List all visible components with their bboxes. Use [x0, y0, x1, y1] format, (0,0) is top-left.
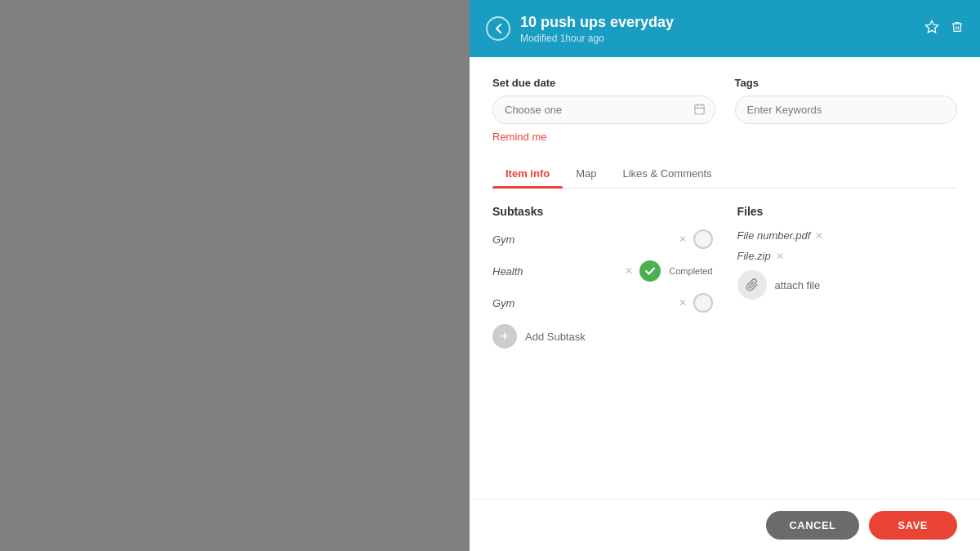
header-left: 10 push ups everyday Modified 1hour ago [486, 14, 674, 44]
file-item: File number.pdf ✕ [737, 229, 958, 242]
file-name: File number.pdf [737, 229, 811, 242]
due-date-label: Set due date [492, 77, 715, 89]
attach-file-icon [737, 270, 767, 300]
add-subtask-label: Add Subtask [525, 331, 586, 343]
subtask-toggle[interactable] [693, 293, 713, 313]
subtask-row: Health ✕ Completed [492, 260, 713, 282]
subtask-name: Gym [492, 297, 672, 309]
star-icon[interactable] [924, 20, 939, 38]
header-title: 10 push ups everyday [520, 14, 674, 31]
tab-item-info[interactable]: Item info [492, 159, 563, 188]
subtasks-section: Subtasks Gym ✕ Health ✕ Compl [492, 205, 713, 349]
tab-likes-comments[interactable]: Likes & Comments [609, 159, 724, 188]
save-button[interactable]: SAVE [869, 511, 957, 540]
date-input-wrap [492, 96, 715, 124]
file-remove-button[interactable]: ✕ [815, 230, 823, 242]
subtasks-title: Subtasks [492, 205, 713, 218]
tags-col: Tags [735, 77, 958, 143]
top-row: Set due date Remind me Tags [492, 77, 957, 143]
tabs: Item info Map Likes & Comments [492, 159, 957, 189]
content-area: Set due date Remind me Tags [470, 57, 980, 499]
back-button[interactable] [486, 16, 510, 41]
add-subtask-button[interactable]: + Add Subtask [492, 324, 713, 349]
header-subtitle: Modified 1hour ago [520, 33, 674, 44]
remind-me-button[interactable]: Remind me [492, 131, 715, 143]
date-input[interactable] [492, 96, 715, 124]
subtask-row: Gym ✕ [492, 293, 713, 313]
tags-input[interactable] [735, 96, 958, 124]
files-title: Files [737, 205, 958, 218]
svg-marker-0 [926, 20, 938, 32]
file-item: File.zip ✕ [737, 250, 958, 262]
completed-label: Completed [669, 266, 712, 276]
files-section: Files File number.pdf ✕ File.zip ✕ atta [737, 205, 958, 349]
header-right [924, 20, 964, 38]
subtask-remove-button[interactable]: ✕ [625, 265, 633, 277]
subtask-toggle[interactable] [693, 229, 713, 249]
due-date-col: Set due date Remind me [492, 77, 715, 143]
add-subtask-icon: + [492, 324, 517, 349]
subtask-name: Gym [492, 233, 672, 246]
right-panel: 10 push ups everyday Modified 1hour ago [470, 0, 980, 551]
subtask-remove-button[interactable]: ✕ [679, 297, 687, 309]
subtask-remove-button[interactable]: ✕ [679, 233, 687, 245]
cancel-button[interactable]: CANCEL [766, 511, 858, 540]
header: 10 push ups everyday Modified 1hour ago [470, 0, 980, 57]
file-name: File.zip [737, 250, 771, 262]
tab-map[interactable]: Map [563, 159, 609, 188]
left-panel [0, 0, 470, 551]
header-title-group: 10 push ups everyday Modified 1hour ago [520, 14, 674, 44]
subtask-row: Gym ✕ [492, 229, 713, 249]
footer: CANCEL SAVE [470, 499, 980, 551]
subtask-toggle-completed[interactable] [639, 260, 661, 282]
attach-file-button[interactable]: attach file [737, 270, 958, 300]
attach-file-label: attach file [775, 279, 821, 291]
tags-label: Tags [735, 77, 958, 89]
tab-content: Subtasks Gym ✕ Health ✕ Compl [492, 189, 957, 349]
file-remove-button[interactable]: ✕ [776, 251, 784, 262]
subtask-name: Health [492, 265, 618, 278]
trash-icon[interactable] [951, 20, 964, 38]
